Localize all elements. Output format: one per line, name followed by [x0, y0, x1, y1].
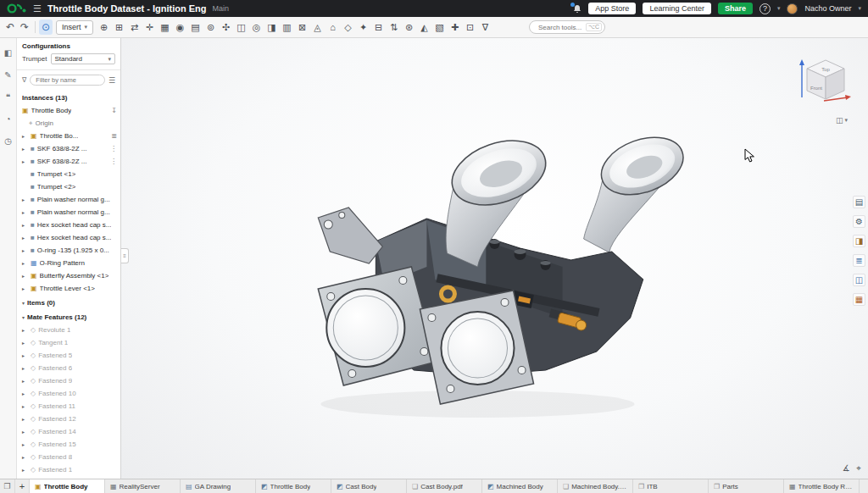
mass-properties-icon[interactable]: ⌖	[856, 463, 861, 474]
tab-manager-icon[interactable]: ❐	[0, 479, 15, 493]
mate-feature-row[interactable]: ▸ ◇ Fastened 15	[17, 438, 120, 451]
follow-icon[interactable]: ◔	[5, 114, 10, 124]
configuration-select[interactable]: Standard ▾	[51, 53, 116, 64]
filter-tool-icon[interactable]: ∇	[478, 20, 492, 35]
chevron-right-icon[interactable]: ▸	[22, 146, 28, 152]
items-header[interactable]: ▾ Items (0)	[17, 295, 120, 309]
chevron-right-icon[interactable]: ▸	[22, 403, 28, 409]
search-tools-input[interactable]	[538, 24, 582, 31]
chevron-right-icon[interactable]: ▸	[22, 327, 28, 333]
mate-feature-row[interactable]: ▸ ◇ Fastened 9	[17, 374, 120, 387]
mate-feature-row[interactable]: ▸ ◇ Fastened 8	[17, 451, 120, 463]
chevron-right-icon[interactable]: ▸	[22, 416, 28, 422]
mate-feature-row[interactable]: ▸ ◇ Tangent 1	[17, 336, 120, 349]
instance-row[interactable]: ▸ ▣ Throttle Bo... ≣	[17, 130, 120, 142]
mate-feature-row[interactable]: ▸ ◇ Fastened 1	[17, 463, 120, 476]
mate-connector-icon[interactable]: ✛	[142, 20, 157, 35]
chevron-right-icon[interactable]: ▸	[22, 247, 28, 253]
chevron-right-icon[interactable]: ▸	[22, 209, 28, 215]
tag-icon[interactable]: ✦	[356, 20, 370, 35]
chevron-right-icon[interactable]: ▸	[22, 340, 28, 346]
row-menu-icon[interactable]: ⋮	[110, 145, 117, 152]
chevron-right-icon[interactable]: ▸	[22, 429, 28, 435]
display-states-icon[interactable]: ◨	[264, 20, 279, 35]
notifications-bell-icon[interactable]	[573, 4, 581, 14]
undo-icon[interactable]: ↶	[3, 19, 17, 35]
add-tool-icon[interactable]: ✚	[448, 20, 462, 35]
mate-feature-row[interactable]: ▸ ◇ Fastened 14	[17, 425, 120, 438]
chevron-right-icon[interactable]: ▸	[22, 235, 28, 241]
snapshot-icon[interactable]: ◎	[249, 20, 264, 35]
mate-feature-row[interactable]: ▸ ◇ Fastened 11	[17, 400, 120, 413]
download-icon[interactable]: ↧	[111, 107, 117, 114]
redo-icon[interactable]: ↷	[18, 19, 31, 35]
row-menu-icon[interactable]: ≣	[111, 132, 117, 140]
add-tab-button[interactable]: +	[15, 479, 30, 493]
replicate-icon[interactable]: ⊚	[203, 20, 218, 35]
learning-center-button[interactable]: Learning Center	[643, 3, 711, 14]
chevron-right-icon[interactable]: ▸	[22, 133, 28, 139]
instance-row[interactable]: ▸ ■ Hex socket head cap s...	[17, 231, 120, 244]
doc-tab[interactable]: ▤ GA Drawing	[181, 479, 256, 493]
properties-panel-icon[interactable]: ≣	[853, 254, 865, 267]
chevron-right-icon[interactable]: ▸	[22, 273, 28, 279]
chevron-right-icon[interactable]: ▸	[22, 467, 28, 473]
instance-row[interactable]: ▸ ■ O-ring -135 (1.925 x 0...	[17, 244, 120, 257]
mate-feature-row[interactable]: ▸ ◇ Fastened 6	[17, 362, 120, 374]
chevron-right-icon[interactable]: ▸	[22, 378, 28, 384]
swap-icon[interactable]: ⇅	[387, 20, 401, 35]
doc-tab[interactable]: ◩ Machined Body	[482, 479, 558, 493]
mate-feature-row[interactable]: ▸ ◇ Fastened 12	[17, 413, 120, 425]
mate-feature-row[interactable]: ▸ ◇ Fastened 10	[17, 387, 120, 400]
app-store-button[interactable]: App Store	[588, 3, 636, 14]
branch-label[interactable]: Main	[212, 4, 229, 13]
instance-row[interactable]: ▸ ■ Plain washer normal g...	[17, 206, 120, 219]
doc-tab[interactable]: ▦ RealityServer	[105, 479, 181, 493]
mate-feature-row[interactable]: ▸ ◇ Revolute 1	[17, 324, 120, 336]
view-cube[interactable]: Top Front	[793, 48, 853, 113]
box-select-icon[interactable]: ⊡	[463, 20, 477, 35]
linear-pattern-icon[interactable]: ▦	[158, 20, 172, 35]
instance-row[interactable]: ▸ ▦ O-Ring Pattern	[17, 257, 120, 269]
doc-tab[interactable]: ◩ Throttle Body	[256, 479, 331, 493]
history-icon[interactable]: ◷	[4, 136, 12, 146]
row-menu-icon[interactable]: ⋮	[110, 158, 117, 165]
instance-row[interactable]: ▸ ▣ Throttle Lever <1>	[17, 282, 120, 295]
group-icon[interactable]: ⊞	[112, 20, 126, 35]
doc-tab[interactable]: ❐ ITB	[633, 479, 709, 493]
circular-pattern-icon[interactable]: ◉	[173, 20, 187, 35]
filter-icon[interactable]: ∇	[22, 76, 26, 84]
instance-row[interactable]: ▸ ■ Plain washer normal g...	[17, 193, 120, 206]
mate-icon[interactable]: ⊕	[97, 20, 111, 35]
origin-row[interactable]: ⌖ Origin	[17, 117, 120, 130]
chevron-right-icon[interactable]: ▸	[22, 391, 28, 396]
3d-viewport[interactable]: Top Front ◫ ▾ ▤⚙◨≣◫▦ ∡⌖ ≡	[121, 38, 868, 479]
doc-tab[interactable]: ▦ Throttle Body Renderin...	[784, 479, 860, 493]
relation-icon[interactable]: ⇄	[127, 20, 142, 35]
apps-panel-icon[interactable]: ▦	[853, 293, 865, 306]
versions-panel-icon[interactable]: ◫	[853, 274, 865, 286]
help-caret-icon[interactable]: ▾	[777, 5, 781, 12]
configurations-panel-icon[interactable]: ⚙	[853, 215, 865, 228]
instance-row[interactable]: ▸ ■ Trumpet <1>	[17, 168, 120, 180]
interference-icon[interactable]: ⊠	[295, 20, 309, 35]
user-avatar[interactable]	[787, 3, 798, 14]
panel-resize-handle[interactable]: ≡	[121, 248, 129, 263]
user-name[interactable]: Nacho Owner	[804, 4, 851, 13]
instance-row[interactable]: ▸ ■ SKF 638/8-2Z ... ⋮	[17, 142, 120, 155]
chevron-right-icon[interactable]: ▸	[22, 441, 28, 447]
share-button[interactable]: Share	[718, 3, 753, 14]
onshape-logo-icon[interactable]	[7, 3, 27, 14]
chevron-right-icon[interactable]: ▸	[22, 260, 28, 266]
bom-panel-icon[interactable]: ▤	[853, 196, 865, 208]
chevron-right-icon[interactable]: ▸	[22, 454, 28, 460]
view-options-menu[interactable]: ◫ ▾	[836, 116, 848, 125]
appearance-panel-icon[interactable]: ◨	[853, 235, 865, 247]
sheet-metal-icon[interactable]: ⊟	[371, 20, 386, 35]
measure-icon[interactable]: ∡	[842, 463, 849, 474]
chevron-right-icon[interactable]: ▸	[22, 365, 28, 371]
comments-icon[interactable]: ❝	[6, 92, 10, 102]
help-icon[interactable]: ?	[760, 3, 771, 14]
list-view-icon[interactable]: ☰	[108, 76, 115, 85]
document-panel-icon[interactable]: ◧	[4, 48, 12, 58]
